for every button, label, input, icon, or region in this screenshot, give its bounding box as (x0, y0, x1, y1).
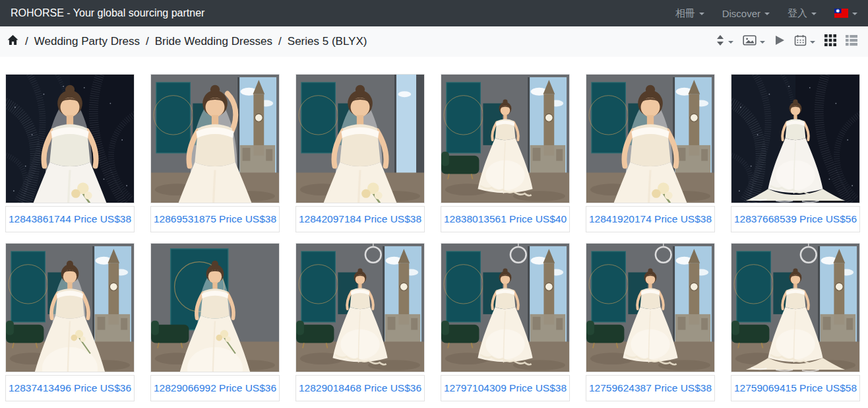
product-caption: 12842097184 Price US$38 (295, 206, 425, 232)
chevron-down-icon (764, 13, 770, 15)
chevron-down-icon (699, 13, 704, 15)
product-card: 12837668539 Price US$56 (731, 74, 860, 232)
product-link[interactable]: 12797104309 Price US$38 (444, 382, 567, 394)
navbar-menus: 相冊Discover登入 (675, 7, 857, 20)
login-menu[interactable]: 登入 (788, 7, 817, 20)
home-link[interactable] (7, 34, 19, 50)
product-caption: 12797104309 Price US$38 (441, 375, 570, 401)
product-card: 12837413496 Price US$36 (5, 243, 135, 401)
albums-menu[interactable]: 相冊 (675, 7, 704, 20)
breadcrumb: /Wedding Party Dress/Bride Wedding Dress… (7, 34, 367, 50)
product-link[interactable]: 12843861744 Price US$38 (9, 213, 131, 225)
product-link[interactable]: 12759624387 Price US$38 (589, 382, 712, 394)
top-navbar: ROHORSE - Your global sourcing partner 相… (0, 0, 868, 26)
breadcrumb-item-2[interactable]: Bride Wedding Dresses (155, 35, 272, 48)
chevron-down-icon (852, 13, 857, 15)
language-menu[interactable] (834, 9, 857, 18)
chevron-down-icon (810, 41, 815, 44)
product-image[interactable] (150, 74, 280, 203)
breadcrumb-separator: / (146, 35, 149, 48)
breadcrumb-item-1[interactable]: Wedding Party Dress (34, 35, 140, 48)
product-card: 12829018468 Price US$36 (295, 243, 425, 401)
product-caption: 12841920174 Price US$38 (586, 206, 715, 232)
image-button[interactable] (743, 34, 765, 49)
product-card: 12829066992 Price US$36 (150, 243, 280, 401)
product-link[interactable]: 12759069415 Price US$58 (734, 382, 857, 394)
discover-menu[interactable]: Discover (722, 8, 770, 19)
sort-icon (716, 34, 725, 49)
product-link[interactable]: 12838013561 Price US$40 (444, 213, 567, 225)
breadcrumb-separator: / (278, 35, 282, 48)
product-card: 12838013561 Price US$40 (441, 74, 570, 232)
product-link[interactable]: 12837668539 Price US$56 (734, 213, 857, 225)
product-caption: 12759624387 Price US$38 (586, 375, 715, 401)
product-card: 12759624387 Price US$38 (586, 243, 715, 401)
product-caption: 12838013561 Price US$40 (441, 206, 570, 232)
product-caption: 12869531875 Price US$38 (150, 206, 280, 232)
gallery-toolbar (716, 34, 857, 49)
chevron-down-icon (811, 13, 817, 15)
albums-menu-label: 相冊 (675, 7, 695, 20)
discover-menu-label: Discover (722, 8, 760, 19)
product-card: 12869531875 Price US$38 (150, 74, 280, 232)
calendar-button[interactable] (794, 34, 815, 49)
calendar-icon (794, 34, 807, 49)
taiwan-flag-icon (834, 9, 848, 18)
grid-button[interactable] (824, 34, 836, 49)
grid-icon (824, 34, 836, 49)
product-caption: 12843861744 Price US$38 (5, 206, 135, 232)
product-image[interactable] (5, 74, 135, 203)
login-menu-label: 登入 (788, 7, 807, 20)
product-grid: 12843861744 Price US$3812869531875 Price… (0, 57, 868, 408)
product-link[interactable]: 12829018468 Price US$36 (299, 382, 421, 394)
list-icon (846, 34, 857, 49)
home-icon (7, 36, 19, 49)
play-icon (774, 34, 785, 49)
breadcrumb-bar: /Wedding Party Dress/Bride Wedding Dress… (0, 26, 868, 57)
product-link[interactable]: 12829066992 Price US$36 (154, 382, 276, 394)
breadcrumb-separator: / (25, 35, 28, 48)
product-image[interactable] (441, 74, 570, 203)
product-caption: 12829018468 Price US$36 (295, 375, 425, 401)
product-image[interactable] (731, 74, 860, 203)
list-button[interactable] (846, 34, 857, 49)
product-link[interactable]: 12841920174 Price US$38 (589, 213, 712, 225)
product-caption: 12837413496 Price US$36 (5, 375, 135, 401)
chevron-down-icon (760, 41, 765, 44)
image-icon (743, 34, 757, 49)
product-link[interactable]: 12842097184 Price US$38 (299, 213, 421, 225)
sort-button[interactable] (716, 34, 733, 49)
chevron-down-icon (728, 41, 733, 44)
product-card: 12759069415 Price US$58 (731, 243, 860, 401)
product-image[interactable] (441, 243, 570, 372)
brand-title[interactable]: ROHORSE - Your global sourcing partner (11, 7, 204, 19)
product-image[interactable] (150, 243, 280, 372)
product-caption: 12759069415 Price US$58 (731, 375, 860, 401)
product-card: 12841920174 Price US$38 (586, 74, 715, 232)
product-caption: 12829066992 Price US$36 (150, 375, 280, 401)
product-caption: 12837668539 Price US$56 (731, 206, 860, 232)
product-card: 12842097184 Price US$38 (295, 74, 425, 232)
product-image[interactable] (586, 243, 715, 372)
product-image[interactable] (731, 243, 860, 372)
product-image[interactable] (295, 74, 425, 203)
play-button[interactable] (774, 34, 785, 49)
product-link[interactable]: 12869531875 Price US$38 (154, 213, 276, 225)
product-image[interactable] (295, 243, 425, 372)
breadcrumb-item-3[interactable]: Series 5 (BLYX) (288, 35, 367, 48)
product-link[interactable]: 12837413496 Price US$36 (9, 382, 131, 394)
product-image[interactable] (586, 74, 715, 203)
product-image[interactable] (5, 243, 135, 372)
product-card: 12843861744 Price US$38 (5, 74, 135, 232)
product-card: 12797104309 Price US$38 (441, 243, 570, 401)
